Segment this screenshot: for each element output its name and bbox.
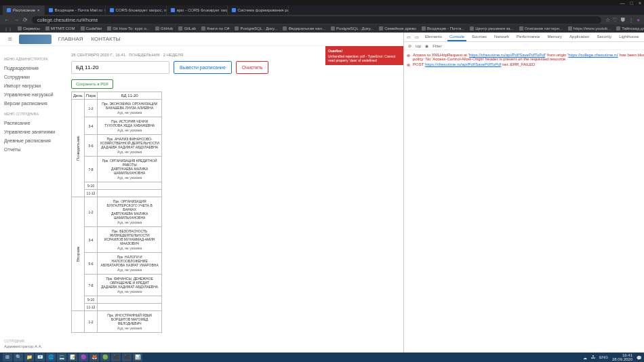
sidebar-section-employee: МЕНЮ СОТРУДНИКА [4, 112, 60, 116]
tray-cloud-icon[interactable]: ☁ [583, 355, 587, 360]
star-icon[interactable]: ☆ [605, 17, 610, 23]
bookmark-item[interactable]: Федеральная нал... [283, 26, 325, 31]
taskbar-item[interactable]: 🦊 [89, 353, 99, 361]
avatar-icon[interactable]: ● [637, 17, 640, 23]
nav-forward-icon[interactable]: → [14, 17, 19, 23]
taskbar-item[interactable]: 💻 [57, 353, 66, 361]
address-input[interactable]: college.chesutime.ru/#/home [32, 16, 601, 24]
bookmark-item[interactable]: https://www.youtub... [568, 26, 611, 31]
console-clear-icon[interactable]: ⊘ [408, 43, 411, 48]
bookmark-item[interactable]: PostgreSQL : Доку... [235, 26, 277, 31]
bookmark-item[interactable]: Сервисы [18, 26, 40, 31]
devtools-tab[interactable]: Memory [545, 33, 564, 41]
save-pdf-button[interactable]: Сохранить в PDF [71, 79, 113, 89]
window-close[interactable]: × [639, 1, 641, 5]
devtools-tab[interactable]: Elements [423, 33, 444, 41]
taskbar-item[interactable]: 🟢 [100, 353, 110, 361]
browser-tab[interactable]: ajax - CORS блокирует загруз...× [167, 5, 228, 15]
lesson-cell[interactable]: Прк. ИНОСТРАННЫЙ ЯЗЫКБОРШИГОВ МАГОМЕД ФЕ… [98, 311, 162, 333]
taskbar-item[interactable]: 📧 [35, 353, 45, 361]
bookmark-item[interactable]: PostgreSQL : Доку... [331, 26, 374, 31]
sidebar-item[interactable]: Отчеты [4, 145, 60, 154]
tray-lang[interactable]: ENG [599, 355, 608, 359]
taskbar-item[interactable]: ⊞ [3, 353, 12, 361]
browser-tab[interactable]: Входящие - Почта Mail.ru× [45, 5, 106, 15]
inspect-icon[interactable]: ▭ [407, 35, 411, 39]
nav-contacts[interactable]: КОНТАКТЫ [92, 36, 121, 42]
devtools-tab[interactable]: Security [595, 33, 613, 41]
pair-cell: 1-2 [84, 100, 97, 117]
sidebar-item[interactable]: Версии расписания [4, 99, 60, 108]
lesson-cell[interactable] [98, 182, 162, 190]
lesson-cell[interactable]: Прк. ЭКОНОМИКА ОРГАНИЗАЦИИБАКАШЕВА ЛУИЗА… [98, 100, 162, 117]
bookmark-item[interactable]: Семейное древо [379, 26, 416, 31]
devtools-tab[interactable]: Lighthouse [617, 33, 641, 41]
sidebar-item[interactable]: Сотрудники [4, 73, 60, 81]
taskbar-item[interactable]: 🔍 [14, 353, 23, 361]
lesson-cell[interactable]: Прк. ОРГАНИЗАЦИЯ КРЕДИТНОЙ РАБОТЫДАВТУКА… [98, 157, 162, 182]
bookmark-item[interactable]: Описание паттерн... [519, 26, 563, 31]
sidebar-item[interactable]: Подразделения [4, 64, 60, 73]
taskbar: ⊞🔍📁📧🌐💻📝🟣🦊🟢⬛⬛📊 ☁ 🖧 ENG 16:41 28.09.2020 💬 [0, 353, 644, 362]
nav-main[interactable]: ГЛАВНАЯ [58, 36, 83, 42]
devtools-tab[interactable]: Application [567, 33, 591, 41]
nav-back-icon[interactable]: ← [4, 17, 9, 23]
nav-reload-icon[interactable]: ⟳ [23, 17, 28, 23]
shield-icon[interactable]: ⛊ [620, 17, 626, 23]
taskbar-item[interactable]: 📝 [68, 353, 77, 361]
pair-cell: 7-8 [84, 157, 97, 182]
taskbar-item[interactable]: ⬛ [111, 353, 121, 361]
sidebar-item[interactable]: Управление нагрузкой [4, 90, 60, 99]
browser-tab[interactable]: CORS блокирует запрос, почт...× [106, 5, 167, 15]
lesson-cell[interactable]: Прк. ОРГАНИЗАЦИЯ БУХГАЛТЕРСКОГО УЧЕТА В … [98, 197, 162, 227]
show-schedule-button[interactable]: Вывести расписание [174, 61, 232, 74]
lesson-cell[interactable]: Прк. ИСТОРИЯ ЧЕЧНИТУХУЛОВА ХЕДА ХАВАЖЕВН… [98, 117, 162, 135]
console-filter[interactable]: Filter [432, 44, 441, 48]
lesson-cell[interactable]: Прк. БЕЗОПАСНОСТЬ ЖИЗНЕДЕЯТЕЛЬНОСТИИСРАИ… [98, 227, 162, 253]
bookmark-item[interactable]: GitLab [178, 26, 196, 31]
taskbar-item[interactable]: ⬛ [122, 353, 132, 361]
lesson-cell[interactable]: Прк. НАЛОГИ И НАЛОГООБЛОЖЕНИЕАБУБАТАРОВА… [98, 253, 162, 275]
lesson-cell[interactable]: Прк. ФИНАНСЫ, ДЕНЕЖНОЕ ОБРАЩЕНИЕ И КРЕДИ… [98, 275, 162, 296]
tray-network-icon[interactable]: 🖧 [591, 355, 595, 359]
bookmark-item[interactable]: Входящие - Почта... [422, 26, 464, 31]
bookmark-item[interactable]: Центр решения за... [470, 26, 513, 31]
sidebar-item[interactable]: Импорт нагрузки [4, 81, 60, 90]
heart-icon[interactable]: ♡ [613, 17, 618, 23]
devtools-tab[interactable]: Sources [470, 33, 489, 41]
bookmark-item[interactable]: MITMIT.COM [45, 26, 75, 31]
extensions-icon[interactable]: ⋮ [628, 17, 634, 23]
window-maximize[interactable]: □ [630, 1, 633, 5]
devtools-tab[interactable]: Console [447, 33, 466, 41]
tray-notifications-icon[interactable]: 💬 [637, 355, 641, 360]
window-minimize[interactable]: — [620, 1, 625, 5]
lesson-cell[interactable]: Прк. АНАЛИЗ ФИНАНСОВО-ХОЗЯЙСТВЕННОЙ ДЕЯТ… [98, 135, 162, 157]
clear-button[interactable]: Очистить [236, 61, 268, 74]
bookmark-item[interactable]: Тайпскад для детей... [616, 26, 644, 31]
sidebar-item[interactable]: Расписание [4, 119, 60, 127]
lesson-cell[interactable] [98, 304, 162, 311]
taskbar-item[interactable]: 🟣 [79, 353, 88, 361]
console-context[interactable]: top [416, 44, 421, 48]
browser-tab[interactable]: Расписание× [3, 5, 45, 15]
lesson-cell[interactable] [98, 296, 162, 304]
sidebar-section-admin: МЕНЮ АДМИНИСТРАТОРА [4, 57, 60, 61]
browser-tab[interactable]: Система формирования расп...× [228, 5, 289, 15]
sidebar-item[interactable]: Управление занятиями [4, 127, 60, 136]
taskbar-item[interactable]: 📊 [133, 353, 142, 361]
sidebar-item[interactable]: Дневные расписания [4, 136, 60, 145]
bookmark-item[interactable]: GitHub [155, 26, 174, 31]
taskbar-item[interactable]: 📁 [24, 353, 34, 361]
group-input[interactable] [71, 61, 169, 74]
pair-cell: 5-6 [84, 135, 97, 157]
menu-icon[interactable]: ≡ [8, 35, 12, 43]
lesson-cell[interactable] [98, 190, 162, 197]
bookmark-item[interactable]: CodeNet [81, 26, 102, 31]
apps-icon[interactable]: ⋮⋮ [4, 26, 12, 31]
devtools-tab[interactable]: Performance [515, 33, 542, 41]
taskbar-item[interactable]: 🌐 [46, 353, 56, 361]
devtools-tab[interactable]: Network [492, 33, 511, 41]
device-icon[interactable]: ▭ [415, 35, 419, 39]
bookmark-item[interactable]: Книги по C# [201, 26, 229, 31]
bookmark-item[interactable]: Git How To: курс о... [107, 26, 150, 31]
